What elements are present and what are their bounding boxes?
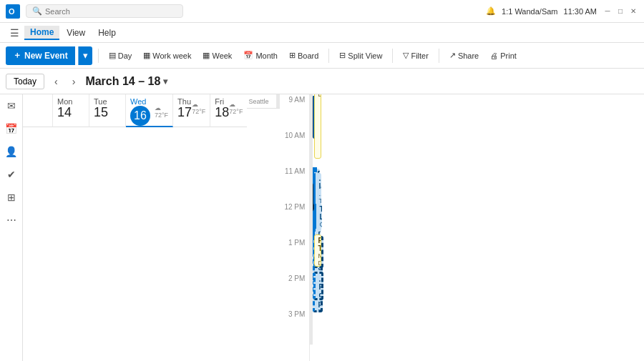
new-event-button[interactable]: ＋ New Event bbox=[6, 46, 75, 65]
menu-help[interactable]: Help bbox=[92, 26, 122, 39]
time-2pm: 2 PM bbox=[280, 273, 309, 309]
work-week-icon: ▦ bbox=[143, 51, 150, 60]
wed-header: Wed 16 ☁ 72°F bbox=[126, 94, 173, 127]
seattle-row: Seattle bbox=[247, 94, 280, 109]
week-label: Week bbox=[212, 51, 232, 60]
plus-icon: ＋ bbox=[13, 49, 21, 61]
calendar-area: ✉ 📅 👤 ✔ ⊞ ⋯ Mon 14 Tue 15 bbox=[0, 94, 644, 361]
menu-view[interactable]: View bbox=[61, 26, 91, 39]
day-bodies: Week kick off Conference Room 12 Daisy P… bbox=[310, 94, 313, 361]
time-3pm: 3 PM bbox=[280, 309, 309, 345]
event-focus-time-fri-2[interactable]: Focus Time My Desk bbox=[314, 234, 321, 267]
filter-label: Filter bbox=[411, 51, 428, 60]
maximize-button[interactable]: □ bbox=[615, 6, 625, 16]
toolbar-separator-1 bbox=[98, 49, 99, 63]
split-label: Split View bbox=[348, 51, 382, 60]
tue-num: 15 bbox=[94, 106, 121, 119]
event-review-quotes[interactable]: ...all) Review quotes for P. ...ft Teams… bbox=[313, 272, 323, 300]
new-event-dropdown[interactable]: ▾ bbox=[78, 46, 92, 65]
filter-icon: ▽ bbox=[403, 51, 409, 60]
outlook-logo: O bbox=[6, 4, 20, 19]
fri-num: 18 bbox=[215, 106, 229, 119]
time-header-spacer bbox=[23, 94, 53, 127]
headers-row: Mon 14 Tue 15 Wed 16 ☁ 72°F bbox=[23, 94, 247, 361]
board-button[interactable]: ⊞ Board bbox=[285, 47, 323, 64]
event-focus-time-fri-top[interactable]: Focus time My Desk bbox=[314, 94, 321, 159]
date-range-text: March 14 – 18 bbox=[85, 75, 160, 88]
print-icon: 🖨 bbox=[490, 51, 498, 60]
board-label: Board bbox=[298, 51, 318, 60]
menu-home[interactable]: Home bbox=[24, 26, 59, 40]
search-icon: 🔍 bbox=[32, 6, 42, 16]
filter-button[interactable]: ▽ Filter bbox=[399, 47, 432, 64]
toolbar-separator-4 bbox=[439, 49, 439, 63]
date-range-chevron[interactable]: ▾ bbox=[163, 76, 167, 86]
hamburger-icon[interactable]: ☰ bbox=[6, 24, 23, 41]
month-button[interactable]: 📅 Month bbox=[239, 47, 282, 64]
notification-icon[interactable]: 🔔 bbox=[486, 6, 496, 16]
sidebar-calendar-icon[interactable]: 📅 bbox=[3, 120, 20, 137]
svg-text:O: O bbox=[9, 7, 15, 16]
close-button[interactable]: ✕ bbox=[628, 6, 638, 16]
next-arrow[interactable]: › bbox=[68, 74, 80, 89]
sidebar-people-icon[interactable]: 👤 bbox=[3, 143, 20, 160]
sidebar-apps-icon[interactable]: ⋯ bbox=[3, 212, 20, 229]
thu-header: Thu 17 ☁ 72°F bbox=[173, 94, 210, 127]
board-icon: ⊞ bbox=[289, 51, 296, 60]
calendar-body: 9 AM 10 AM 11 AM 12 PM 1 PM 2 PM 3 PM bbox=[280, 94, 313, 361]
mon-num: 14 bbox=[57, 106, 84, 119]
sidebar-icons: ✉ 📅 👤 ✔ ⊞ ⋯ bbox=[0, 94, 23, 361]
time-11am: 11 AM bbox=[280, 166, 309, 202]
time-10am: 10 AM bbox=[280, 130, 309, 166]
month-label: Month bbox=[255, 51, 278, 60]
sidebar-mail-icon[interactable]: ✉ bbox=[3, 97, 20, 114]
time-1pm: 1 PM bbox=[280, 237, 309, 273]
new-event-label: New Event bbox=[24, 51, 68, 61]
today-button[interactable]: Today bbox=[6, 74, 44, 89]
time-12pm: 12 PM bbox=[280, 202, 309, 237]
fri-header: Fri 18 ☁ 72°F bbox=[210, 94, 247, 127]
week-icon: ▦ bbox=[203, 51, 210, 60]
seattle-label: Seattle bbox=[247, 94, 277, 108]
prev-arrow[interactable]: ‹ bbox=[50, 74, 62, 89]
thu-body: Breakfast with Miguel Review new product… bbox=[312, 94, 313, 345]
time-display: 11:30 AM bbox=[564, 7, 597, 16]
mon-header: Mon 14 bbox=[53, 94, 89, 127]
event-t-launch[interactable]: ...t launch ...ft Teams ...tha Cantrell bbox=[313, 173, 321, 205]
user-info: 1:1 Wanda/Sam bbox=[502, 7, 557, 16]
toolbar-separator-3 bbox=[392, 49, 393, 63]
wed-num: 16 bbox=[130, 106, 150, 126]
toolbar-separator-2 bbox=[328, 49, 329, 63]
work-week-button[interactable]: ▦ Work week bbox=[139, 47, 195, 64]
share-icon: ↗ bbox=[449, 51, 456, 60]
thu-num: 17 bbox=[177, 106, 192, 119]
sidebar-teams-icon[interactable]: ⊞ bbox=[3, 189, 20, 206]
print-button[interactable]: 🖨 Print bbox=[486, 47, 521, 64]
top-right: 🔔 1:1 Wanda/Sam 11:30 AM ─ □ ✕ bbox=[486, 6, 638, 16]
event-team-lunch-fri[interactable]: Team Lunch Cafeteria bbox=[314, 204, 322, 229]
wed-name: Wed bbox=[130, 97, 150, 106]
time-column: 9 AM 10 AM 11 AM 12 PM 1 PM 2 PM 3 PM bbox=[280, 94, 310, 361]
sidebar-tasks-icon[interactable]: ✔ bbox=[3, 166, 20, 183]
day-icon: ▤ bbox=[109, 51, 116, 60]
week-button[interactable]: ▦ Week bbox=[198, 47, 236, 64]
day-view-button[interactable]: ▤ Day bbox=[104, 47, 137, 64]
month-icon: 📅 bbox=[243, 51, 253, 60]
calendar-nav: Today ‹ › March 14 – 18 ▾ bbox=[0, 69, 644, 94]
tue-header: Tue 15 bbox=[89, 94, 126, 127]
split-icon: ⊟ bbox=[339, 51, 346, 60]
share-label: Share bbox=[458, 51, 479, 60]
top-bar: O 🔍 🔔 1:1 Wanda/Sam 11:30 AM ─ □ ✕ bbox=[0, 0, 644, 23]
share-button[interactable]: ↗ Share bbox=[445, 47, 483, 64]
window-controls: ─ □ ✕ bbox=[602, 6, 638, 16]
split-view-button[interactable]: ⊟ Split View bbox=[335, 47, 386, 64]
search-bar[interactable]: 🔍 bbox=[26, 4, 183, 18]
time-9am: 9 AM bbox=[280, 94, 309, 130]
work-week-label: Work week bbox=[152, 51, 191, 60]
toolbar: ＋ New Event ▾ ▤ Day ▦ Work week ▦ Week 📅… bbox=[0, 43, 644, 69]
minimize-button[interactable]: ─ bbox=[602, 6, 613, 16]
day-label: Day bbox=[118, 51, 132, 60]
print-label: Print bbox=[500, 51, 517, 60]
search-input[interactable] bbox=[45, 7, 174, 16]
day-headers: Mon 14 Tue 15 Wed 16 ☁ 72°F bbox=[53, 94, 247, 361]
